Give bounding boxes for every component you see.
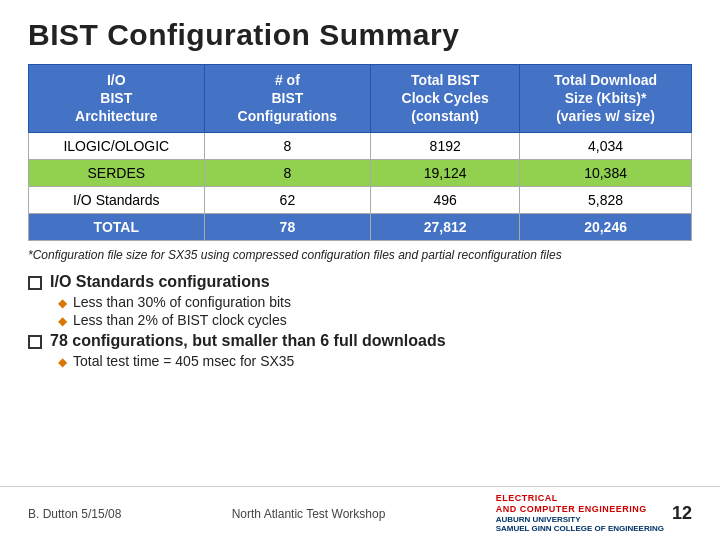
auburn-logo: ELECTRICAL AND COMPUTER ENGINEERING AUBU… [496,493,664,534]
cell-configs-3: 78 [204,213,371,240]
bullet-square-icon [28,335,42,349]
footer-right: ELECTRICAL AND COMPUTER ENGINEERING AUBU… [496,493,692,534]
cell-cycles-1: 19,124 [371,159,520,186]
col-header-size: Total DownloadSize (Kbits)*(varies w/ si… [520,65,692,133]
cell-configs-1: 8 [204,159,371,186]
logo-line3: AUBURN UNIVERSITY [496,515,581,525]
col-header-cycles: Total BISTClock Cycles(constant) [371,65,520,133]
cell-size-2: 5,828 [520,186,692,213]
logo-line1: ELECTRICAL [496,493,558,504]
bullet-square-icon [28,276,42,290]
col-header-arch: I/OBISTArchitecture [29,65,205,133]
sub-bullet-text-1-0: Total test time = 405 msec for SX35 [73,353,294,369]
cell-configs-0: 8 [204,132,371,159]
diamond-icon: ◆ [58,355,67,369]
cell-size-0: 4,034 [520,132,692,159]
main-bullet-0: I/O Standards configurations [28,273,692,291]
logo-line4: SAMUEL GINN COLLEGE OF ENGINEERING [496,524,664,534]
cell-configs-2: 62 [204,186,371,213]
cell-size-3: 20,246 [520,213,692,240]
footer-event: North Atlantic Test Workshop [232,507,386,521]
sub-bullet-1-0: ◆Total test time = 405 msec for SX35 [58,353,692,369]
page-title: BIST Configuration Summary [28,18,692,52]
table-row: I/O Standards624965,828 [29,186,692,213]
footnote: *Configuration file size for SX35 using … [28,247,692,264]
table-row: SERDES819,12410,384 [29,159,692,186]
col-header-configs: # ofBISTConfigurations [204,65,371,133]
table-row: TOTAL7827,81220,246 [29,213,692,240]
cell-arch-1: SERDES [29,159,205,186]
diamond-icon: ◆ [58,296,67,310]
cell-size-1: 10,384 [520,159,692,186]
sub-bullet-0-0: ◆Less than 30% of configuration bits [58,294,692,310]
sub-bullet-0-1: ◆Less than 2% of BIST clock cycles [58,312,692,328]
logo-line2: AND COMPUTER ENGINEERING [496,504,647,515]
summary-table: I/OBISTArchitecture # ofBISTConfiguratio… [28,64,692,241]
cell-cycles-3: 27,812 [371,213,520,240]
footer-author: B. Dutton 5/15/08 [28,507,121,521]
cell-cycles-0: 8192 [371,132,520,159]
main-bullet-text-1: 78 configurations, but smaller than 6 fu… [50,332,446,350]
sub-bullet-text-0-1: Less than 2% of BIST clock cycles [73,312,287,328]
cell-arch-0: ILOGIC/OLOGIC [29,132,205,159]
page-number: 12 [672,503,692,524]
cell-arch-3: TOTAL [29,213,205,240]
bullet-section-0: I/O Standards configurations◆Less than 3… [28,273,692,328]
footer: B. Dutton 5/15/08 North Atlantic Test Wo… [0,486,720,540]
diamond-icon: ◆ [58,314,67,328]
main-bullet-text-0: I/O Standards configurations [50,273,270,291]
table-row: ILOGIC/OLOGIC881924,034 [29,132,692,159]
cell-arch-2: I/O Standards [29,186,205,213]
sub-bullet-text-0-0: Less than 30% of configuration bits [73,294,291,310]
main-bullet-1: 78 configurations, but smaller than 6 fu… [28,332,692,350]
cell-cycles-2: 496 [371,186,520,213]
bullet-section-1: 78 configurations, but smaller than 6 fu… [28,332,692,369]
